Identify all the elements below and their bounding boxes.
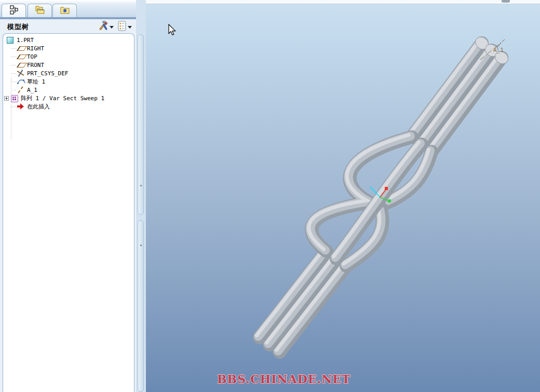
folder-star-icon (60, 5, 70, 17)
splitter-grip-lower[interactable] (138, 220, 144, 392)
tree-item-label: TOP (27, 53, 37, 60)
chevron-down-icon (128, 26, 132, 29)
watermark-text: BBS.CHINADE.NET (217, 372, 350, 386)
tree-item[interactable]: 阵列 1 / Var Sect Sweep 1 (3, 94, 134, 102)
datum-plane-icon (17, 53, 25, 60)
tree-item[interactable]: 在此插入 (3, 102, 134, 111)
tree-item[interactable]: FRONT (3, 61, 134, 69)
tree-connector (11, 57, 17, 57)
tree-connector (11, 73, 17, 74)
tree-connector (11, 106, 17, 107)
tree-connector (11, 65, 17, 65)
navigator-tab-strip (0, 0, 136, 17)
tree-item-label: 阵列 1 / Var Sect Sweep 1 (21, 94, 104, 102)
folders-icon (35, 5, 45, 17)
csys-icon (17, 70, 25, 77)
tree-connector (11, 82, 17, 82)
window-control-fragment (502, 0, 510, 3)
panel-splitter[interactable] (136, 0, 146, 392)
panel-title: 模型树 (7, 22, 29, 32)
grip-dot (140, 245, 142, 246)
axis-icon (17, 86, 25, 93)
expand-toggle[interactable] (4, 96, 9, 101)
sketch-icon (17, 78, 25, 85)
tree-item[interactable]: TOP (3, 52, 134, 61)
tree-show-button[interactable] (116, 20, 133, 34)
part-icon (6, 36, 15, 44)
tree-item-label: PRT_CSYS_DEF (27, 70, 68, 77)
insert-here-icon (17, 103, 25, 110)
tree-item-label: RIGHT (27, 45, 44, 52)
tree-item[interactable]: A_1 (3, 86, 134, 94)
tab-model-tree[interactable] (2, 4, 26, 17)
tab-folder-browser[interactable] (28, 4, 52, 17)
proe-window: 模型树 (0, 0, 540, 392)
navigator-panel: 模型树 (0, 0, 136, 392)
tree-item-label: A_1 (27, 87, 37, 93)
tree-connector (11, 90, 17, 90)
tree-item-label: 1.PRT (17, 37, 34, 44)
list-icon (117, 21, 127, 33)
tree-item[interactable]: RIGHT (3, 44, 134, 52)
splitter-grip-upper[interactable] (138, 34, 144, 215)
hierarchy-icon (9, 5, 19, 17)
chevron-down-icon (110, 26, 114, 29)
tab-favorites[interactable] (52, 4, 77, 17)
tools-icon (98, 21, 109, 33)
tree-item[interactable]: PRT_CSYS_DEF (3, 69, 134, 77)
panel-header: 模型树 (0, 19, 136, 34)
graphics-viewport[interactable]: BBS.CHINADE.NET (146, 0, 540, 392)
datum-plane-icon (17, 61, 25, 69)
tree-item-label: 草绘 1 (27, 78, 45, 86)
model-tree: 1.PRT RIGHT TOP FRONT PRT_CSYS_DEF 草绘 1 … (3, 33, 134, 392)
datum-plane-icon (17, 45, 25, 52)
viewport-top-strip (146, 0, 540, 4)
tree-item[interactable]: 草绘 1 (3, 77, 134, 86)
pattern-icon (10, 94, 19, 102)
tree-item[interactable]: 1.PRT (3, 36, 134, 44)
grip-dot (140, 185, 142, 186)
tree-item-label: FRONT (27, 62, 44, 69)
tree-connector (11, 48, 17, 49)
tree-settings-button[interactable] (97, 20, 115, 34)
tree-item-label: 在此插入 (27, 103, 50, 111)
